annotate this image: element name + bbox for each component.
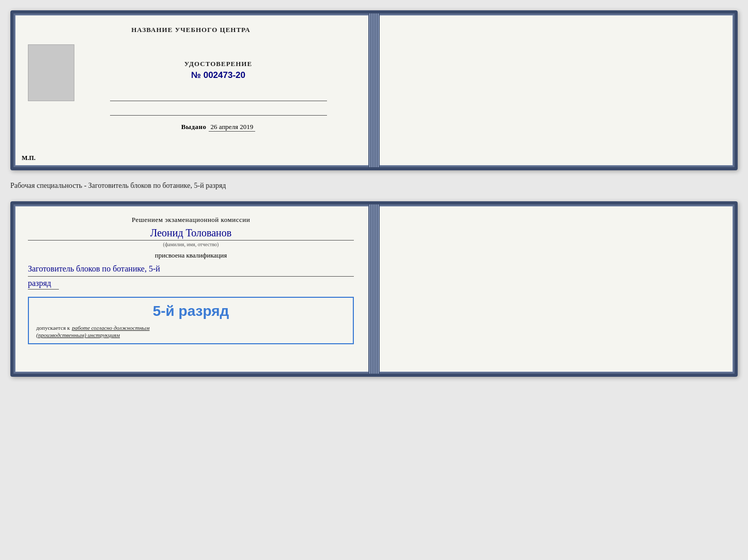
spine-divider-bottom (368, 204, 380, 374)
vydano-row: Выдано 26 апреля 2019 (181, 123, 256, 132)
stamp-dopusk-row: допускается к работе согласно должностны… (36, 323, 346, 332)
spine-divider (368, 13, 380, 167)
resheniem-text: Решением экзаменационной комиссии (28, 216, 354, 224)
vydano-date: 26 апреля 2019 (209, 123, 256, 132)
top-right-panel: Получил(а) Леонид Толованов – (фамилия, … (735, 13, 748, 167)
vydano-label: Выдано (181, 123, 207, 131)
udostoverenie-label: УДОСТОВЕРЕНИЕ (184, 60, 252, 68)
sign-field-1 (110, 91, 327, 101)
name-subtitle-bottom: (фамилия, имя, отчество) (28, 242, 354, 247)
stamp-box: 5-й разряд допускается к работе согласно… (28, 297, 354, 344)
stamp-number: 5-й разряд (36, 303, 346, 319)
dopusk-italic: работе согласно должностным (72, 325, 149, 331)
top-left-title: НАЗВАНИЕ УЧЕБНОГО ЦЕНТРА (131, 26, 251, 34)
bottom-certificate-card: Решением экзаменационной комиссии Леонид… (10, 201, 738, 377)
mp-label: М.П. (22, 154, 36, 162)
sign-field-2 (110, 105, 327, 116)
dopusk-label: допускается к (36, 325, 70, 331)
recipient-name-bottom: Леонид Толованов (28, 227, 354, 241)
kvalif-text: Заготовитель блоков по ботанике, 5-й (28, 263, 354, 277)
top-certificate-card: НАЗВАНИЕ УЧЕБНОГО ЦЕНТРА УДОСТОВЕРЕНИЕ №… (10, 10, 738, 170)
top-left-panel: НАЗВАНИЕ УЧЕБНОГО ЦЕНТРА УДОСТОВЕРЕНИЕ №… (13, 13, 368, 167)
specialty-label: Рабочая специальность - Заготовитель бло… (10, 180, 738, 192)
page-container: НАЗВАНИЕ УЧЕБНОГО ЦЕНТРА УДОСТОВЕРЕНИЕ №… (10, 10, 738, 377)
cert-number-top: № 002473-20 (191, 70, 245, 81)
bottom-right-panel: Основание: протокол экзаменационной коми… (735, 204, 748, 374)
bottom-left-panel: Решением экзаменационной комиссии Леонид… (13, 204, 368, 374)
razryad-bottom: разряд (28, 279, 59, 290)
instruktsii: (производственным) инструкциям (36, 332, 346, 338)
photo-placeholder (28, 44, 74, 101)
prisvoena-text: присвоена квалификация (28, 251, 354, 260)
